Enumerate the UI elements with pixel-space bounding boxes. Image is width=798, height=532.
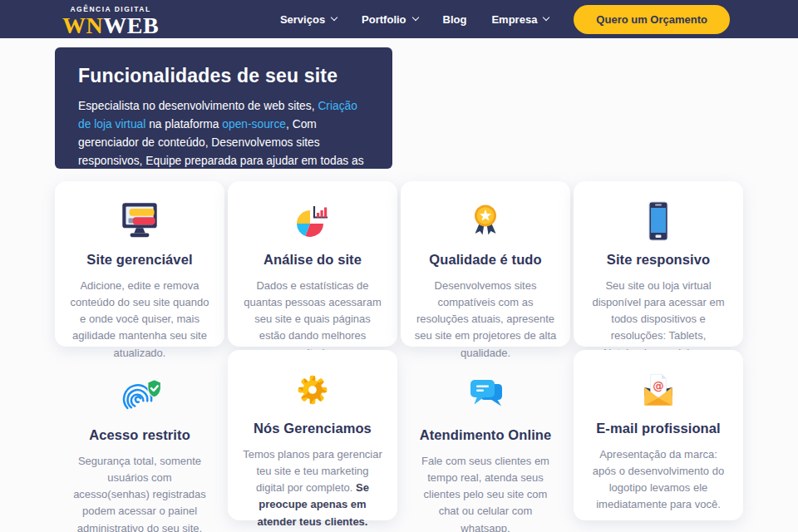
brand-logo[interactable]: AGÊNCIA DIGITAL WNWEB: [62, 6, 159, 37]
feature-card-site-gerenciavel: Site gerenciável Adicione, edite e remov…: [55, 181, 224, 347]
feature-body: Segurança total, somente usuários com ac…: [66, 453, 214, 532]
hero-text: na plataforma: [145, 118, 222, 131]
medal-icon: [411, 195, 559, 247]
page-content: Funcionalidades de seu site Especialista…: [55, 47, 743, 520]
envelope-icon: @: [584, 364, 732, 416]
feature-card-analise-do-site: Análise do site Dados e estatísticas de …: [228, 181, 397, 347]
chevron-down-icon: [331, 14, 337, 21]
hero-description: Especialista no desenvolvimento de web s…: [78, 97, 369, 169]
feature-body: Temos planos para gerenciar teu site e t…: [239, 446, 387, 530]
nav-item-label: Blog: [443, 13, 467, 26]
brand-name: WNWEB: [62, 14, 159, 37]
feature-title: Nós Gerenciamos: [239, 421, 387, 436]
chat-icon: [411, 371, 559, 422]
feature-body: Dados e estatísticas de quantas pessoas …: [239, 278, 387, 362]
chevron-down-icon: [411, 14, 418, 21]
quote-cta-button[interactable]: Quero um Orçamento: [574, 5, 730, 34]
feature-card-email-profissional: @ E-mail profissional Apresentação da ma…: [574, 350, 743, 520]
hero-text: Especialista no desenvolvimento de web s…: [78, 100, 318, 112]
feature-title: Site gerenciável: [66, 252, 214, 268]
feature-title: Atendimento Online: [411, 427, 559, 443]
pie-chart-icon: [239, 195, 387, 247]
svg-text:@: @: [653, 380, 663, 392]
brand-name-rest: WEB: [103, 12, 159, 38]
feature-body: Adicione, edite e remova conteúdo do seu…: [66, 278, 214, 362]
monitor-icon: [66, 195, 214, 247]
chevron-down-icon: [543, 14, 549, 21]
feature-title: Qualidade é tudo: [411, 252, 559, 268]
brand-name-accent: WN: [62, 12, 103, 38]
main-nav: Serviços Portfolio Blog Empresa: [280, 13, 549, 26]
features-grid: Site gerenciável Adicione, edite e remov…: [55, 181, 743, 520]
feature-body: Apresentação da marca: após o desenvolvi…: [584, 446, 732, 514]
fingerprint-icon: [66, 371, 214, 422]
smartphone-icon: [584, 195, 732, 247]
feature-title: Site responsivo: [584, 252, 732, 268]
gear-icon: [239, 364, 387, 416]
top-navbar: AGÊNCIA DIGITAL WNWEB Serviços Portfolio…: [0, 0, 798, 38]
feature-body: Fale com seus clientes em tempo real, at…: [411, 453, 559, 532]
feature-card-site-responsivo: Site responsivo Seu site ou loja virtual…: [574, 181, 743, 347]
feature-body: Seu site ou loja virtual disponível para…: [584, 278, 732, 362]
feature-body: Desenvolvemos sites compatíveis com as r…: [411, 278, 559, 362]
nav-item-portfolio[interactable]: Portfolio: [362, 13, 417, 26]
nav-item-empresa[interactable]: Empresa: [491, 13, 549, 26]
hero-panel: Funcionalidades de seu site Especialista…: [55, 47, 392, 169]
feature-card-atendimento-online: Atendimento Online Fale com seus cliente…: [401, 350, 570, 520]
feature-title: Acesso restrito: [66, 427, 214, 443]
nav-item-servicos[interactable]: Serviços: [280, 13, 337, 26]
feature-card-nos-gerenciamos: Nós Gerenciamos Temos planos para gerenc…: [228, 350, 397, 520]
hero-link-open-source[interactable]: open-source: [222, 118, 286, 131]
feature-card-qualidade: Qualidade é tudo Desenvolvemos sites com…: [401, 181, 570, 347]
feature-card-acesso-restrito: Acesso restrito Segurança total, somente…: [55, 350, 224, 520]
nav-item-label: Portfolio: [362, 13, 406, 26]
feature-title: Análise do site: [239, 252, 387, 268]
nav-item-blog[interactable]: Blog: [443, 13, 467, 26]
hero-title: Funcionalidades de seu site: [78, 65, 369, 87]
feature-title: E-mail profissional: [584, 421, 732, 436]
nav-item-label: Empresa: [491, 13, 537, 26]
nav-item-label: Serviços: [280, 13, 325, 26]
